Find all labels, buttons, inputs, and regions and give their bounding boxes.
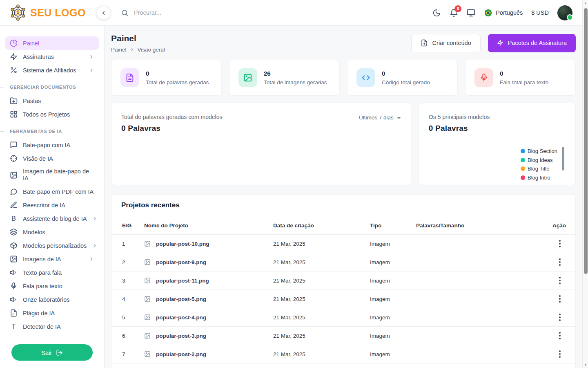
sidebar-item-fala-para-texto[interactable]: Fala para texto	[5, 279, 99, 293]
sidebar-item-bate-papo-em-pdf-com-ia[interactable]: Bate-papo em PDF com IA	[5, 185, 99, 198]
page-scrollbar[interactable]: ▲ ▼	[582, 0, 588, 368]
row-index: 3	[122, 278, 144, 284]
creation-date-cell: 21 Mar, 2025	[273, 241, 370, 247]
image-icon	[144, 332, 151, 339]
project-name-cell[interactable]: popular-post-11.png	[144, 277, 273, 284]
sidebar-item-plagio-de-ia[interactable]: Plágio de IA	[5, 306, 99, 320]
image-icon	[144, 296, 151, 302]
logout-button[interactable]: Sair	[11, 344, 93, 361]
dark-mode-toggle[interactable]	[432, 9, 441, 17]
legend-dot	[521, 158, 525, 162]
sidebar-item-reescritor-de-ia[interactable]: Reescritor de IA	[5, 198, 99, 212]
chevron-right-icon	[89, 256, 94, 262]
table-row[interactable]: 2 popular-post-9.png 21 Mar, 2025 Imagem	[111, 253, 575, 272]
document-icon	[120, 68, 139, 87]
date-range-dropdown[interactable]: Últimos 7 dias	[359, 114, 401, 121]
sidebar-item-assinaturas[interactable]: Assinaturas	[5, 50, 99, 63]
sidebar-item-modelos[interactable]: Modelos	[5, 225, 99, 239]
sidebar-item-visao-de-ia[interactable]: Visão de IA	[5, 152, 99, 165]
speaker-icon	[10, 296, 18, 303]
column-header: Ação	[552, 222, 570, 229]
table-row[interactable]: 7 popular-post-2.png 21 Mar, 2025 Imagem	[111, 345, 575, 364]
table-title: Projetos recentes	[111, 195, 575, 216]
sidebar-item-imagem-de-bate-papo-de-ia[interactable]: Imagem de bate-papo de IA	[5, 165, 99, 185]
table-row[interactable]: 4 popular-post-5.png 21 Mar, 2025 Imagem	[111, 290, 575, 308]
project-name-cell[interactable]: popular-post-4.png	[144, 314, 273, 321]
subscription-packages-button[interactable]: Pacotes de Assinatura	[488, 34, 576, 52]
column-header: Palavras/Tamanho	[416, 222, 552, 229]
project-name-cell[interactable]: popular-post-9.png	[144, 259, 273, 265]
sidebar-item-imagens-de-ia[interactable]: Imagens de IA	[5, 252, 99, 266]
language-selector[interactable]: Português	[484, 9, 523, 17]
sidebar-item-pastas[interactable]: Pastas	[5, 94, 99, 108]
stats-row: 0 Total de palavras geradas 26 Total de …	[111, 60, 576, 96]
chart-title: Os 5 principais modelos	[429, 114, 566, 120]
scroll-up-arrow[interactable]: ▲	[583, 1, 588, 5]
search-box[interactable]	[121, 9, 432, 17]
sidebar-item-detector-de-ia[interactable]: T Detector de IA	[5, 320, 99, 333]
type-cell: Imagem	[370, 351, 416, 357]
moon-icon	[432, 9, 441, 17]
sidebar-item-todos-os-projetos[interactable]: Todos os Projetos	[5, 108, 99, 121]
table-row[interactable]: 6 popular-post-3.png 21 Mar, 2025 Imagem	[111, 327, 575, 345]
table-row[interactable]: 1 popular-post-10.png 21 Mar, 2025 Image…	[111, 235, 575, 253]
kebab-icon	[559, 332, 561, 339]
chart-value: 0 Palavras	[121, 124, 401, 133]
legend-scrollbar[interactable]	[562, 147, 564, 171]
sidebar-item-texto-para-fala[interactable]: Texto para fala	[5, 266, 99, 279]
row-actions-button[interactable]	[556, 275, 564, 286]
action-cell	[552, 257, 566, 267]
lightning-icon	[10, 53, 18, 61]
sidebar-item-bate-papo-com-ia[interactable]: Bate-papo com IA	[5, 138, 99, 152]
type-cell: Imagem	[370, 314, 416, 321]
sidebar-item-assistente-de-blog-de-ia[interactable]: B Assistente de blog de IA	[5, 212, 99, 225]
stat-value: 26	[264, 70, 327, 77]
legend-item: Blog Title	[521, 164, 557, 173]
sidebar-item-sistema-de-afiliados[interactable]: Sistema de Afiliados	[5, 63, 99, 77]
speaker-icon	[10, 269, 18, 276]
layers-icon	[10, 228, 18, 236]
row-actions-button[interactable]	[556, 257, 564, 267]
image-icon	[144, 277, 151, 284]
row-actions-button[interactable]	[556, 294, 564, 304]
fullscreen-button[interactable]	[467, 9, 475, 17]
row-actions-button[interactable]	[556, 349, 564, 359]
legend-dot	[521, 166, 525, 171]
table-row[interactable]: 3 popular-post-11.png 21 Mar, 2025 Image…	[111, 272, 575, 290]
breadcrumb-root[interactable]: Painel	[111, 47, 127, 53]
notifications-button[interactable]: 0	[450, 9, 458, 17]
action-cell	[552, 238, 566, 249]
user-avatar[interactable]	[557, 5, 572, 20]
row-actions-button[interactable]	[556, 312, 564, 323]
row-index: 2	[122, 259, 144, 265]
search-icon	[121, 9, 129, 17]
top-models-card: Os 5 principais modelos 0 Palavras Blog …	[419, 103, 576, 185]
stat-text: 0 Código total gerado	[382, 70, 430, 85]
type-cell: Imagem	[370, 333, 416, 339]
chart-legend: Blog Section Blog Ideas Blog Title Blog …	[521, 147, 557, 183]
breadcrumb: Painel Visão geral	[111, 47, 165, 53]
image-icon	[144, 351, 151, 357]
logo[interactable]: SEU LOGO	[9, 4, 86, 22]
sidebar-item-painel[interactable]: Painel	[5, 36, 99, 50]
scroll-down-arrow[interactable]: ▼	[583, 363, 588, 367]
action-cell	[552, 330, 566, 341]
sidebar-item-modelos-personalizados[interactable]: Modelos personalizados	[5, 239, 99, 252]
language-label: Português	[496, 9, 523, 16]
sidebar-item-onze-laboratorios[interactable]: Onze laboratórios	[5, 293, 99, 306]
search-input[interactable]	[133, 9, 272, 16]
row-actions-button[interactable]	[556, 330, 564, 341]
project-name-cell[interactable]: popular-post-5.png	[144, 296, 273, 302]
currency-selector[interactable]: $ USD	[531, 9, 549, 16]
row-actions-button[interactable]	[556, 238, 564, 249]
microphone-icon	[474, 68, 493, 87]
project-name-cell[interactable]: popular-post-10.png	[144, 240, 273, 247]
sidebar-collapse-button[interactable]	[97, 7, 110, 19]
create-content-button[interactable]: Criar conteúdo	[411, 34, 481, 52]
project-name-cell[interactable]: popular-post-2.png	[144, 351, 273, 357]
table-row[interactable]: 5 popular-post-4.png 21 Mar, 2025 Imagem	[111, 308, 575, 327]
row-index: 5	[122, 314, 144, 321]
scrollbar-thumb[interactable]	[584, 8, 588, 274]
project-name-cell[interactable]: popular-post-3.png	[144, 332, 273, 339]
column-header: Nome do Projeto	[144, 222, 273, 229]
